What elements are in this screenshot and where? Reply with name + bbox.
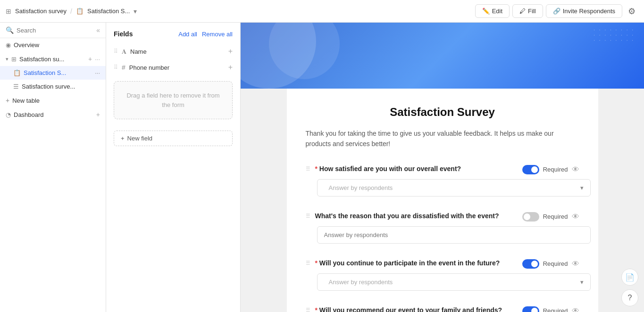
search-bar: 🔍 «: [0, 23, 106, 38]
sidebar-group-header[interactable]: ▾ ⊞ Satisfaction su... + ···: [0, 52, 106, 66]
hash-type-icon: #: [122, 64, 125, 71]
new-field-button[interactable]: + New field: [114, 131, 233, 146]
question-block-3: ⠿ * Will you continue to participate in …: [306, 259, 579, 291]
dropdown-arrow-q3: ▾: [580, 279, 584, 286]
topbar: ⊞ Satisfaction survey / 📋 Satisfaction S…: [0, 0, 644, 23]
question-text-1: * How satisfied are you with our overall…: [315, 164, 518, 174]
field-item-phone[interactable]: ⠿ # Phone number +: [106, 59, 240, 75]
add-phone-field-icon[interactable]: +: [228, 63, 233, 72]
add-dashboard-icon[interactable]: +: [96, 111, 100, 118]
question-text-4: * Will you recommend our event to your f…: [315, 306, 518, 312]
document-icon-button[interactable]: 📄: [621, 269, 638, 286]
required-star-q3: *: [315, 259, 318, 267]
question-header-1: ⠿ * How satisfied are you with our overa…: [306, 164, 579, 174]
add-field-plus-icon: +: [121, 135, 125, 142]
breadcrumb-form[interactable]: Satisfaction S...: [87, 8, 130, 15]
settings-button[interactable]: ⚙: [625, 3, 638, 19]
help-icon: ?: [628, 294, 632, 302]
sidebar-item-satisfaction-form[interactable]: 📋 Satisfaction S... ···: [0, 66, 106, 80]
search-input[interactable]: [17, 27, 93, 34]
text-type-icon: 𝐀: [122, 48, 126, 56]
form-active-icon: 📋: [13, 69, 21, 76]
question-header-4: ⠿ * Will you recommend our event to your…: [306, 306, 579, 312]
question-header-2: ⠿ What's the reason that you are dissati…: [306, 212, 579, 222]
drag-handle-q2[interactable]: ⠿: [306, 213, 310, 220]
drag-handle-phone[interactable]: ⠿: [114, 64, 118, 71]
survey-title: Satisfaction Survey: [306, 106, 579, 119]
remove-all-button[interactable]: Remove all: [202, 31, 233, 38]
add-name-field-icon[interactable]: +: [228, 47, 233, 56]
breadcrumb-survey[interactable]: Satisfaction survey: [15, 8, 67, 15]
sidebar-group-satisfaction: ▾ ⊞ Satisfaction su... + ··· 📋 Satisfact…: [0, 52, 106, 93]
bottom-icons: 📄 ?: [621, 269, 638, 306]
fields-panel: Fields Add all Remove all ⠿ 𝐀 Name + ⠿ #…: [106, 23, 241, 312]
answer-dropdown-q1[interactable]: Answer by respondents ▾: [317, 179, 591, 197]
survey-description: Thank you for taking the time to give us…: [306, 128, 579, 149]
required-star-q1: *: [315, 165, 318, 172]
help-icon-button[interactable]: ?: [621, 289, 638, 306]
required-toggle-q1[interactable]: [522, 165, 539, 174]
banner-dots: · · · · · · · ·· · · · · · · ·· · · · · …: [594, 27, 635, 43]
sidebar-item-dashboard[interactable]: ◔ Dashboard +: [0, 107, 106, 122]
add-all-button[interactable]: Add all: [178, 31, 197, 38]
question-block-1: ⠿ * How satisfied are you with our overa…: [306, 164, 579, 197]
fields-header: Fields Add all Remove all: [106, 30, 240, 43]
answer-input-q2[interactable]: [317, 226, 591, 244]
sidebar-new-table[interactable]: + New table: [0, 93, 106, 107]
required-toggle-q4[interactable]: [522, 306, 539, 312]
breadcrumb-sep: /: [70, 8, 72, 15]
form-icon: 📋: [76, 8, 84, 15]
edit-icon: ✏️: [482, 8, 490, 15]
survey-content: · · · · · · · ·· · · · · · · ·· · · · · …: [241, 23, 644, 312]
table-icon: ⊞: [6, 8, 11, 15]
sidebar-item-satisfaction-table[interactable]: ☰ Satisfaction surve...: [0, 80, 106, 93]
required-toggle-q3[interactable]: [522, 259, 539, 269]
fill-icon: 🖊: [519, 8, 526, 15]
invite-respondents-button[interactable]: 🔗 Invite Respondents: [546, 4, 622, 18]
drag-handle-name[interactable]: ⠿: [114, 48, 118, 55]
hide-icon-q3[interactable]: 👁: [572, 260, 579, 268]
drag-drop-zone: Drag a field here to remove it from the …: [114, 81, 233, 119]
table-group-icon: ⊞: [11, 56, 17, 63]
fill-button[interactable]: 🖊 Fill: [512, 4, 543, 18]
more-table-icon[interactable]: ···: [95, 56, 100, 63]
gear-icon: ⚙: [628, 7, 636, 16]
drag-handle-q4[interactable]: ⠿: [306, 307, 310, 312]
survey-banner: · · · · · · · ·· · · · · · · ·· · · · · …: [241, 23, 644, 89]
answer-dropdown-q3[interactable]: Answer by respondents ▾: [317, 273, 591, 291]
fields-actions: Add all Remove all: [178, 31, 233, 38]
required-toggle-q2[interactable]: [522, 212, 539, 222]
question-controls-3: Required 👁: [522, 259, 579, 269]
add-new-table-icon: +: [6, 97, 9, 104]
more-form-icon[interactable]: ···: [95, 69, 100, 76]
overview-icon: ◉: [6, 41, 11, 49]
question-block-4: ⠿ * Will you recommend our event to your…: [306, 306, 579, 312]
drag-handle-q1[interactable]: ⠿: [306, 165, 310, 172]
question-header-3: ⠿ * Will you continue to participate in …: [306, 259, 579, 269]
question-controls-2: Required 👁: [522, 212, 579, 222]
sidebar-item-overview[interactable]: ◉ Overview: [0, 38, 106, 52]
drag-handle-q3[interactable]: ⠿: [306, 260, 310, 267]
edit-button[interactable]: ✏️ Edit: [475, 4, 510, 18]
dropdown-arrow-q1: ▾: [580, 184, 584, 191]
search-icon: 🔍: [6, 26, 14, 34]
invite-icon: 🔗: [553, 8, 560, 15]
question-controls-1: Required 👁: [522, 165, 579, 174]
table-list-icon: ☰: [13, 83, 19, 90]
question-block-2: ⠿ What's the reason that you are dissati…: [306, 212, 579, 244]
hide-icon-q4[interactable]: 👁: [572, 307, 579, 312]
breadcrumb-dropdown-icon[interactable]: ▾: [134, 8, 137, 15]
question-text-3: * Will you continue to participate in th…: [315, 259, 518, 268]
collapse-icon[interactable]: «: [96, 26, 100, 34]
field-item-name[interactable]: ⠿ 𝐀 Name +: [106, 43, 240, 59]
document-icon: 📄: [625, 273, 635, 282]
add-table-icon[interactable]: +: [88, 55, 92, 63]
dashboard-icon: ◔: [6, 111, 11, 118]
hide-icon-q1[interactable]: 👁: [572, 165, 579, 174]
required-star-q4: *: [315, 306, 318, 312]
question-text-2: What's the reason that you are dissatisf…: [315, 212, 518, 221]
arrow-down-icon: ▾: [6, 56, 8, 62]
main-layout: 🔍 « ◉ Overview ▾ ⊞ Satisfaction su... + …: [0, 23, 644, 312]
question-controls-4: Required 👁: [522, 306, 579, 312]
hide-icon-q2[interactable]: 👁: [572, 213, 579, 221]
